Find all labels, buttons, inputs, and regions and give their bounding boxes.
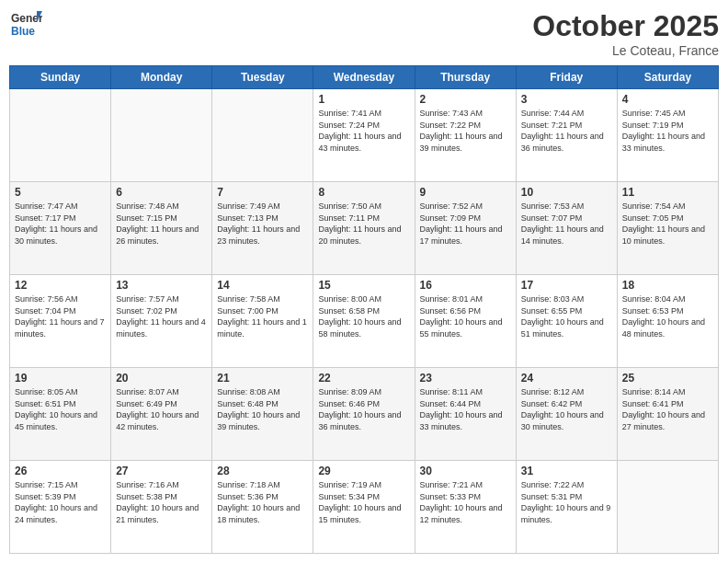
calendar-cell-2-0: 12Sunrise: 7:56 AM Sunset: 7:04 PM Dayli… (10, 275, 111, 368)
header-saturday: Saturday (617, 66, 718, 89)
day-number: 15 (318, 279, 409, 292)
day-info: Sunrise: 7:43 AM Sunset: 7:22 PM Dayligh… (420, 108, 511, 154)
calendar-cell-1-2: 7Sunrise: 7:49 AM Sunset: 7:13 PM Daylig… (212, 182, 313, 275)
calendar-cell-3-4: 23Sunrise: 8:11 AM Sunset: 6:44 PM Dayli… (415, 368, 516, 461)
day-info: Sunrise: 7:47 AM Sunset: 7:17 PM Dayligh… (15, 201, 106, 247)
month-title: October 2025 (532, 9, 719, 43)
calendar-cell-2-3: 15Sunrise: 8:00 AM Sunset: 6:58 PM Dayli… (313, 275, 415, 368)
day-number: 16 (420, 279, 511, 292)
day-info: Sunrise: 7:53 AM Sunset: 7:07 PM Dayligh… (521, 201, 612, 247)
day-info: Sunrise: 7:16 AM Sunset: 5:38 PM Dayligh… (116, 479, 207, 525)
calendar-cell-1-5: 10Sunrise: 7:53 AM Sunset: 7:07 PM Dayli… (516, 182, 617, 275)
week-row-0: 1Sunrise: 7:41 AM Sunset: 7:24 PM Daylig… (10, 89, 719, 182)
day-info: Sunrise: 8:04 AM Sunset: 6:53 PM Dayligh… (622, 293, 713, 339)
calendar-cell-3-2: 21Sunrise: 8:08 AM Sunset: 6:48 PM Dayli… (212, 368, 313, 461)
calendar-cell-0-0 (10, 89, 111, 182)
day-number: 8 (318, 186, 409, 199)
day-info: Sunrise: 7:18 AM Sunset: 5:36 PM Dayligh… (217, 479, 308, 525)
calendar-cell-1-0: 5Sunrise: 7:47 AM Sunset: 7:17 PM Daylig… (10, 182, 111, 275)
day-number: 22 (318, 372, 409, 385)
calendar-cell-0-6: 4Sunrise: 7:45 AM Sunset: 7:19 PM Daylig… (617, 89, 718, 182)
calendar-cell-3-6: 25Sunrise: 8:14 AM Sunset: 6:41 PM Dayli… (617, 368, 718, 461)
day-number: 26 (15, 465, 106, 477)
day-number: 27 (116, 465, 207, 477)
day-info: Sunrise: 7:54 AM Sunset: 7:05 PM Dayligh… (622, 201, 713, 247)
day-number: 9 (420, 186, 511, 199)
calendar-cell-2-2: 14Sunrise: 7:58 AM Sunset: 7:00 PM Dayli… (212, 275, 313, 368)
day-number: 28 (217, 465, 308, 477)
calendar-cell-0-1 (111, 89, 212, 182)
calendar-cell-3-5: 24Sunrise: 8:12 AM Sunset: 6:42 PM Dayli… (516, 368, 617, 461)
week-row-2: 12Sunrise: 7:56 AM Sunset: 7:04 PM Dayli… (10, 275, 719, 368)
location: Le Coteau, France (532, 43, 719, 58)
day-info: Sunrise: 7:52 AM Sunset: 7:09 PM Dayligh… (420, 201, 511, 247)
day-info: Sunrise: 7:49 AM Sunset: 7:13 PM Dayligh… (217, 201, 308, 247)
day-info: Sunrise: 7:15 AM Sunset: 5:39 PM Dayligh… (15, 479, 106, 525)
day-number: 1 (318, 93, 409, 106)
day-number: 4 (622, 93, 713, 106)
calendar-cell-0-3: 1Sunrise: 7:41 AM Sunset: 7:24 PM Daylig… (313, 89, 415, 182)
title-block: October 2025 Le Coteau, France (532, 9, 719, 58)
calendar-cell-2-1: 13Sunrise: 7:57 AM Sunset: 7:02 PM Dayli… (111, 275, 212, 368)
calendar-cell-4-5: 31Sunrise: 7:22 AM Sunset: 5:31 PM Dayli… (516, 461, 617, 554)
calendar-cell-2-6: 18Sunrise: 8:04 AM Sunset: 6:53 PM Dayli… (617, 275, 718, 368)
day-info: Sunrise: 8:03 AM Sunset: 6:55 PM Dayligh… (521, 293, 612, 339)
calendar-cell-2-4: 16Sunrise: 8:01 AM Sunset: 6:56 PM Dayli… (415, 275, 516, 368)
header-monday: Monday (111, 66, 212, 89)
day-info: Sunrise: 8:00 AM Sunset: 6:58 PM Dayligh… (318, 293, 409, 339)
day-info: Sunrise: 7:58 AM Sunset: 7:00 PM Dayligh… (217, 293, 308, 339)
logo: General Blue (9, 9, 42, 42)
day-number: 2 (420, 93, 511, 106)
header-tuesday: Tuesday (212, 66, 313, 89)
day-info: Sunrise: 8:01 AM Sunset: 6:56 PM Dayligh… (420, 293, 511, 339)
day-number: 25 (622, 372, 713, 385)
day-info: Sunrise: 7:57 AM Sunset: 7:02 PM Dayligh… (116, 293, 207, 339)
day-info: Sunrise: 7:56 AM Sunset: 7:04 PM Dayligh… (15, 293, 106, 339)
day-info: Sunrise: 7:21 AM Sunset: 5:33 PM Dayligh… (420, 479, 511, 525)
day-number: 14 (217, 279, 308, 292)
day-info: Sunrise: 7:48 AM Sunset: 7:15 PM Dayligh… (116, 201, 207, 247)
day-number: 21 (217, 372, 308, 385)
calendar-cell-3-1: 20Sunrise: 8:07 AM Sunset: 6:49 PM Dayli… (111, 368, 212, 461)
calendar-cell-4-6 (617, 461, 718, 554)
day-number: 13 (116, 279, 207, 292)
week-row-4: 26Sunrise: 7:15 AM Sunset: 5:39 PM Dayli… (10, 461, 719, 554)
calendar-cell-1-1: 6Sunrise: 7:48 AM Sunset: 7:15 PM Daylig… (111, 182, 212, 275)
day-number: 5 (15, 186, 106, 199)
day-number: 6 (116, 186, 207, 199)
calendar-cell-4-3: 29Sunrise: 7:19 AM Sunset: 5:34 PM Dayli… (313, 461, 415, 554)
calendar-cell-0-2 (212, 89, 313, 182)
day-info: Sunrise: 8:14 AM Sunset: 6:41 PM Dayligh… (622, 386, 713, 432)
calendar-cell-2-5: 17Sunrise: 8:03 AM Sunset: 6:55 PM Dayli… (516, 275, 617, 368)
day-number: 30 (420, 465, 511, 477)
header-friday: Friday (516, 66, 617, 89)
calendar-cell-4-1: 27Sunrise: 7:16 AM Sunset: 5:38 PM Dayli… (111, 461, 212, 554)
calendar-table: Sunday Monday Tuesday Wednesday Thursday… (9, 65, 719, 554)
day-info: Sunrise: 8:09 AM Sunset: 6:46 PM Dayligh… (318, 386, 409, 432)
day-number: 10 (521, 186, 612, 199)
day-number: 17 (521, 279, 612, 292)
day-info: Sunrise: 7:45 AM Sunset: 7:19 PM Dayligh… (622, 108, 713, 154)
day-info: Sunrise: 8:11 AM Sunset: 6:44 PM Dayligh… (420, 386, 511, 432)
day-info: Sunrise: 7:41 AM Sunset: 7:24 PM Dayligh… (318, 108, 409, 154)
day-info: Sunrise: 8:08 AM Sunset: 6:48 PM Dayligh… (217, 386, 308, 432)
calendar-cell-0-4: 2Sunrise: 7:43 AM Sunset: 7:22 PM Daylig… (415, 89, 516, 182)
calendar-cell-3-3: 22Sunrise: 8:09 AM Sunset: 6:46 PM Dayli… (313, 368, 415, 461)
day-info: Sunrise: 8:05 AM Sunset: 6:51 PM Dayligh… (15, 386, 106, 432)
calendar-cell-4-0: 26Sunrise: 7:15 AM Sunset: 5:39 PM Dayli… (10, 461, 111, 554)
day-number: 18 (622, 279, 713, 292)
calendar-cell-0-5: 3Sunrise: 7:44 AM Sunset: 7:21 PM Daylig… (516, 89, 617, 182)
week-row-1: 5Sunrise: 7:47 AM Sunset: 7:17 PM Daylig… (10, 182, 719, 275)
day-info: Sunrise: 7:50 AM Sunset: 7:11 PM Dayligh… (318, 201, 409, 247)
calendar-cell-1-4: 9Sunrise: 7:52 AM Sunset: 7:09 PM Daylig… (415, 182, 516, 275)
day-number: 24 (521, 372, 612, 385)
header-wednesday: Wednesday (313, 66, 415, 89)
day-info: Sunrise: 8:12 AM Sunset: 6:42 PM Dayligh… (521, 386, 612, 432)
svg-text:Blue: Blue (11, 25, 35, 38)
day-number: 3 (521, 93, 612, 106)
week-row-3: 19Sunrise: 8:05 AM Sunset: 6:51 PM Dayli… (10, 368, 719, 461)
calendar-cell-1-6: 11Sunrise: 7:54 AM Sunset: 7:05 PM Dayli… (617, 182, 718, 275)
day-number: 7 (217, 186, 308, 199)
day-number: 29 (318, 465, 409, 477)
header-sunday: Sunday (10, 66, 111, 89)
